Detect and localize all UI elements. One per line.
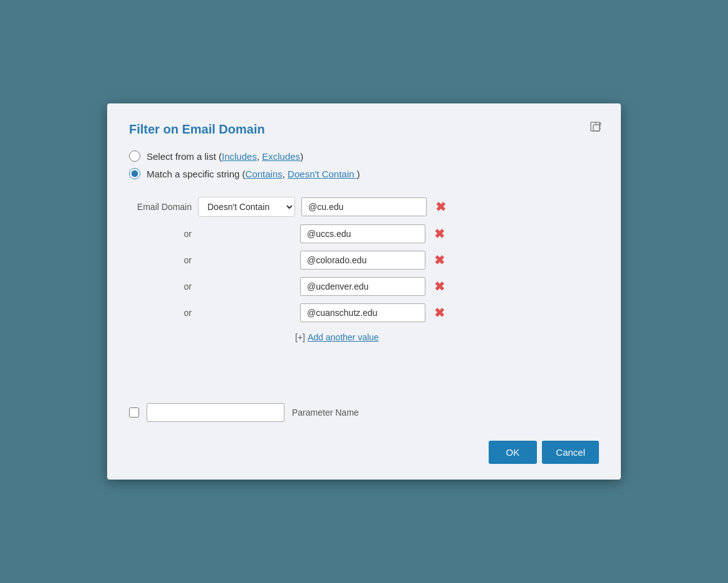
parameter-name-input[interactable] — [147, 403, 284, 422]
filter-row-4: or ✖ — [129, 303, 599, 322]
filter-section: Email Domain Contains Doesn't Contain ✖ … — [129, 197, 599, 342]
or-label-3: or — [129, 281, 192, 292]
radio-match-string[interactable] — [129, 168, 140, 179]
includes-link[interactable]: Includes — [222, 151, 257, 162]
excludes-link[interactable]: Excludes — [262, 151, 300, 162]
value-input-2[interactable] — [300, 251, 425, 270]
export-icon[interactable] — [590, 121, 602, 137]
cancel-button[interactable]: Cancel — [542, 441, 599, 464]
remove-btn-1[interactable]: ✖ — [432, 226, 447, 241]
x-icon-1: ✖ — [434, 228, 445, 240]
condition-select[interactable]: Contains Doesn't Contain — [198, 197, 295, 217]
contains-link[interactable]: Contains — [246, 169, 283, 179]
dialog-title: Filter on Email Domain — [129, 122, 599, 137]
remove-btn-2[interactable]: ✖ — [432, 253, 447, 268]
email-domain-label: Email Domain — [129, 202, 192, 212]
radio-match-string-label: Match a specific string (Contains, Doesn… — [147, 169, 360, 179]
dialog-overlay: Filter on Email Domain Select from a lis… — [0, 0, 728, 583]
or-label-1: or — [129, 229, 192, 239]
value-input-0[interactable] — [301, 197, 427, 216]
or-label-4: or — [129, 308, 192, 318]
radio-group: Select from a list (Includes, Excludes) … — [129, 150, 599, 179]
radio-row-match-string: Match a specific string (Contains, Doesn… — [129, 168, 599, 179]
x-icon-0: ✖ — [435, 201, 446, 213]
or-label-2: or — [129, 255, 192, 265]
radio-select-list-label: Select from a list (Includes, Excludes) — [147, 151, 303, 162]
radio-row-select-list: Select from a list (Includes, Excludes) — [129, 150, 599, 162]
remove-btn-4[interactable]: ✖ — [432, 305, 447, 320]
x-icon-4: ✖ — [434, 307, 445, 319]
add-value-row: [+]Add another value — [295, 332, 599, 342]
filter-row-3: or ✖ — [129, 277, 599, 296]
svg-rect-1 — [593, 125, 600, 131]
filter-dialog: Filter on Email Domain Select from a lis… — [107, 103, 621, 480]
remove-btn-3[interactable]: ✖ — [432, 279, 447, 294]
x-icon-2: ✖ — [434, 254, 445, 266]
x-icon-3: ✖ — [434, 280, 445, 293]
ok-button[interactable]: OK — [489, 441, 538, 464]
filter-row-1: or ✖ — [129, 224, 599, 243]
dialog-footer: OK Cancel — [129, 441, 599, 464]
value-input-1[interactable] — [300, 224, 425, 243]
filter-row-0: Email Domain Contains Doesn't Contain ✖ — [129, 197, 599, 217]
parameter-name-label: Parameter Name — [292, 407, 359, 418]
parameter-checkbox[interactable] — [129, 407, 139, 418]
doesnt-contain-link[interactable]: Doesn't Contain — [288, 169, 356, 179]
value-input-3[interactable] — [300, 277, 425, 296]
parameter-row: Parameter Name — [129, 403, 599, 422]
add-value-link[interactable]: Add another value — [308, 332, 379, 342]
filter-row-2: or ✖ — [129, 251, 599, 270]
svg-rect-0 — [591, 122, 600, 131]
radio-select-list[interactable] — [129, 150, 140, 162]
value-input-4[interactable] — [300, 303, 425, 322]
remove-btn-0[interactable]: ✖ — [433, 199, 449, 214]
add-value-prefix: [+] — [295, 332, 305, 342]
